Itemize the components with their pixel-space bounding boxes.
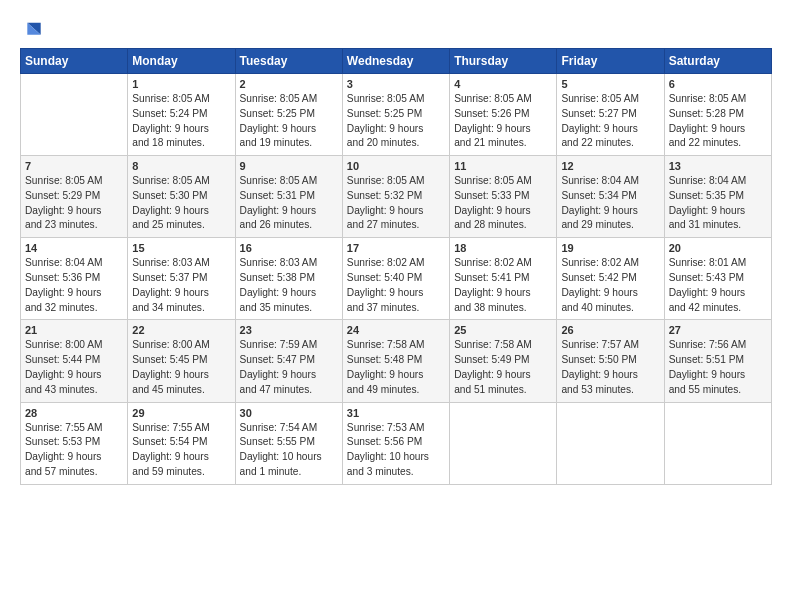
calendar-cell: 4Sunrise: 8:05 AM Sunset: 5:26 PM Daylig… xyxy=(450,74,557,156)
day-info: Sunrise: 8:00 AM Sunset: 5:45 PM Dayligh… xyxy=(132,338,230,397)
calendar-cell: 2Sunrise: 8:05 AM Sunset: 5:25 PM Daylig… xyxy=(235,74,342,156)
calendar-cell: 19Sunrise: 8:02 AM Sunset: 5:42 PM Dayli… xyxy=(557,238,664,320)
day-number: 30 xyxy=(240,407,338,419)
day-number: 16 xyxy=(240,242,338,254)
day-number: 24 xyxy=(347,324,445,336)
calendar-cell: 25Sunrise: 7:58 AM Sunset: 5:49 PM Dayli… xyxy=(450,320,557,402)
day-info: Sunrise: 8:05 AM Sunset: 5:25 PM Dayligh… xyxy=(240,92,338,151)
day-number: 28 xyxy=(25,407,123,419)
day-number: 11 xyxy=(454,160,552,172)
calendar-cell: 13Sunrise: 8:04 AM Sunset: 5:35 PM Dayli… xyxy=(664,156,771,238)
calendar-cell xyxy=(450,402,557,484)
logo-icon xyxy=(22,20,42,40)
day-info: Sunrise: 7:59 AM Sunset: 5:47 PM Dayligh… xyxy=(240,338,338,397)
day-info: Sunrise: 7:55 AM Sunset: 5:53 PM Dayligh… xyxy=(25,421,123,480)
weekday-header: Sunday xyxy=(21,49,128,74)
day-info: Sunrise: 8:02 AM Sunset: 5:42 PM Dayligh… xyxy=(561,256,659,315)
day-info: Sunrise: 7:57 AM Sunset: 5:50 PM Dayligh… xyxy=(561,338,659,397)
calendar-cell: 17Sunrise: 8:02 AM Sunset: 5:40 PM Dayli… xyxy=(342,238,449,320)
calendar-cell: 3Sunrise: 8:05 AM Sunset: 5:25 PM Daylig… xyxy=(342,74,449,156)
day-info: Sunrise: 8:05 AM Sunset: 5:30 PM Dayligh… xyxy=(132,174,230,233)
calendar-week-row: 1Sunrise: 8:05 AM Sunset: 5:24 PM Daylig… xyxy=(21,74,772,156)
calendar-cell: 27Sunrise: 7:56 AM Sunset: 5:51 PM Dayli… xyxy=(664,320,771,402)
calendar-cell: 29Sunrise: 7:55 AM Sunset: 5:54 PM Dayli… xyxy=(128,402,235,484)
calendar-header: SundayMondayTuesdayWednesdayThursdayFrid… xyxy=(21,49,772,74)
weekday-header: Friday xyxy=(557,49,664,74)
calendar-cell: 9Sunrise: 8:05 AM Sunset: 5:31 PM Daylig… xyxy=(235,156,342,238)
day-info: Sunrise: 8:05 AM Sunset: 5:27 PM Dayligh… xyxy=(561,92,659,151)
calendar-cell: 18Sunrise: 8:02 AM Sunset: 5:41 PM Dayli… xyxy=(450,238,557,320)
calendar-body: 1Sunrise: 8:05 AM Sunset: 5:24 PM Daylig… xyxy=(21,74,772,485)
day-info: Sunrise: 8:03 AM Sunset: 5:38 PM Dayligh… xyxy=(240,256,338,315)
calendar-cell: 24Sunrise: 7:58 AM Sunset: 5:48 PM Dayli… xyxy=(342,320,449,402)
day-info: Sunrise: 8:04 AM Sunset: 5:35 PM Dayligh… xyxy=(669,174,767,233)
calendar-cell: 26Sunrise: 7:57 AM Sunset: 5:50 PM Dayli… xyxy=(557,320,664,402)
day-number: 6 xyxy=(669,78,767,90)
day-number: 22 xyxy=(132,324,230,336)
day-number: 10 xyxy=(347,160,445,172)
day-number: 20 xyxy=(669,242,767,254)
calendar-cell: 12Sunrise: 8:04 AM Sunset: 5:34 PM Dayli… xyxy=(557,156,664,238)
calendar-table: SundayMondayTuesdayWednesdayThursdayFrid… xyxy=(20,48,772,485)
calendar-cell: 31Sunrise: 7:53 AM Sunset: 5:56 PM Dayli… xyxy=(342,402,449,484)
weekday-header: Saturday xyxy=(664,49,771,74)
day-number: 21 xyxy=(25,324,123,336)
calendar-cell: 21Sunrise: 8:00 AM Sunset: 5:44 PM Dayli… xyxy=(21,320,128,402)
weekday-header: Thursday xyxy=(450,49,557,74)
page: SundayMondayTuesdayWednesdayThursdayFrid… xyxy=(0,0,792,495)
day-number: 4 xyxy=(454,78,552,90)
calendar-cell: 15Sunrise: 8:03 AM Sunset: 5:37 PM Dayli… xyxy=(128,238,235,320)
day-info: Sunrise: 8:04 AM Sunset: 5:34 PM Dayligh… xyxy=(561,174,659,233)
day-number: 14 xyxy=(25,242,123,254)
day-info: Sunrise: 8:03 AM Sunset: 5:37 PM Dayligh… xyxy=(132,256,230,315)
day-number: 17 xyxy=(347,242,445,254)
day-number: 1 xyxy=(132,78,230,90)
day-info: Sunrise: 7:58 AM Sunset: 5:49 PM Dayligh… xyxy=(454,338,552,397)
calendar-cell: 22Sunrise: 8:00 AM Sunset: 5:45 PM Dayli… xyxy=(128,320,235,402)
calendar-week-row: 21Sunrise: 8:00 AM Sunset: 5:44 PM Dayli… xyxy=(21,320,772,402)
weekday-header: Tuesday xyxy=(235,49,342,74)
calendar-week-row: 14Sunrise: 8:04 AM Sunset: 5:36 PM Dayli… xyxy=(21,238,772,320)
calendar-cell xyxy=(664,402,771,484)
day-number: 5 xyxy=(561,78,659,90)
calendar-cell: 5Sunrise: 8:05 AM Sunset: 5:27 PM Daylig… xyxy=(557,74,664,156)
day-info: Sunrise: 7:55 AM Sunset: 5:54 PM Dayligh… xyxy=(132,421,230,480)
day-info: Sunrise: 8:05 AM Sunset: 5:31 PM Dayligh… xyxy=(240,174,338,233)
calendar-cell: 16Sunrise: 8:03 AM Sunset: 5:38 PM Dayli… xyxy=(235,238,342,320)
day-info: Sunrise: 8:05 AM Sunset: 5:28 PM Dayligh… xyxy=(669,92,767,151)
calendar-cell: 7Sunrise: 8:05 AM Sunset: 5:29 PM Daylig… xyxy=(21,156,128,238)
calendar-cell: 8Sunrise: 8:05 AM Sunset: 5:30 PM Daylig… xyxy=(128,156,235,238)
calendar-cell: 6Sunrise: 8:05 AM Sunset: 5:28 PM Daylig… xyxy=(664,74,771,156)
weekday-row: SundayMondayTuesdayWednesdayThursdayFrid… xyxy=(21,49,772,74)
day-info: Sunrise: 8:05 AM Sunset: 5:33 PM Dayligh… xyxy=(454,174,552,233)
day-info: Sunrise: 7:56 AM Sunset: 5:51 PM Dayligh… xyxy=(669,338,767,397)
day-number: 23 xyxy=(240,324,338,336)
day-info: Sunrise: 8:04 AM Sunset: 5:36 PM Dayligh… xyxy=(25,256,123,315)
day-number: 3 xyxy=(347,78,445,90)
day-number: 19 xyxy=(561,242,659,254)
day-number: 29 xyxy=(132,407,230,419)
day-number: 18 xyxy=(454,242,552,254)
day-info: Sunrise: 8:05 AM Sunset: 5:24 PM Dayligh… xyxy=(132,92,230,151)
calendar-cell: 10Sunrise: 8:05 AM Sunset: 5:32 PM Dayli… xyxy=(342,156,449,238)
day-info: Sunrise: 8:00 AM Sunset: 5:44 PM Dayligh… xyxy=(25,338,123,397)
day-number: 31 xyxy=(347,407,445,419)
day-number: 2 xyxy=(240,78,338,90)
day-number: 7 xyxy=(25,160,123,172)
day-number: 25 xyxy=(454,324,552,336)
header xyxy=(20,16,772,40)
day-number: 8 xyxy=(132,160,230,172)
calendar-cell xyxy=(21,74,128,156)
calendar-cell xyxy=(557,402,664,484)
calendar-week-row: 7Sunrise: 8:05 AM Sunset: 5:29 PM Daylig… xyxy=(21,156,772,238)
calendar-cell: 11Sunrise: 8:05 AM Sunset: 5:33 PM Dayli… xyxy=(450,156,557,238)
day-info: Sunrise: 8:02 AM Sunset: 5:40 PM Dayligh… xyxy=(347,256,445,315)
calendar-cell: 1Sunrise: 8:05 AM Sunset: 5:24 PM Daylig… xyxy=(128,74,235,156)
calendar-cell: 14Sunrise: 8:04 AM Sunset: 5:36 PM Dayli… xyxy=(21,238,128,320)
day-number: 13 xyxy=(669,160,767,172)
day-number: 9 xyxy=(240,160,338,172)
day-info: Sunrise: 8:05 AM Sunset: 5:26 PM Dayligh… xyxy=(454,92,552,151)
calendar-cell: 23Sunrise: 7:59 AM Sunset: 5:47 PM Dayli… xyxy=(235,320,342,402)
day-number: 26 xyxy=(561,324,659,336)
weekday-header: Monday xyxy=(128,49,235,74)
